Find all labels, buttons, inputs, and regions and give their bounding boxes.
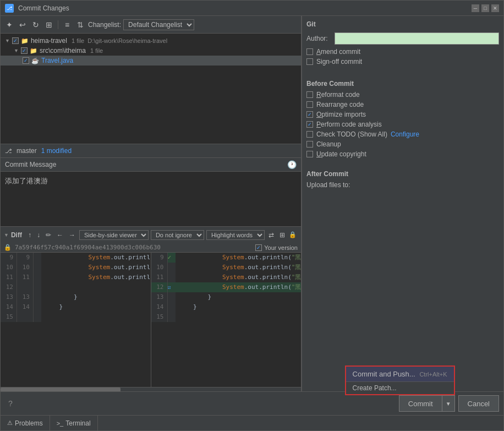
commit-message-header: Commit Message 🕐 bbox=[1, 158, 301, 171]
commit-and-push-button[interactable]: Commit and Push... Ctrl+Alt+K bbox=[346, 367, 454, 382]
commit-button[interactable]: Commit bbox=[399, 395, 442, 412]
rearrange-row: Rearrange code bbox=[306, 101, 499, 108]
file-tree: ▼ 📁 heima-travel 1 file D:\git-work\Rose… bbox=[1, 34, 301, 144]
status-bar: ⎇ master 1 modified bbox=[1, 144, 301, 158]
diff-left-line-13: 13 13 } bbox=[1, 292, 151, 302]
diff-header: ▼ Diff ↑ ↓ ✏ ← → Side-by-side viewer Do … bbox=[1, 226, 301, 243]
src-meta: 1 file bbox=[90, 47, 103, 54]
diff-highlight-select[interactable]: Highlight words bbox=[206, 230, 265, 240]
diff-your-version-label: Your version bbox=[264, 244, 298, 251]
tree-checkbox-travel[interactable] bbox=[23, 57, 29, 64]
commit-dropdown-button[interactable]: ▼ bbox=[442, 395, 455, 412]
diff-left-line-14: 14 14 } bbox=[1, 302, 151, 312]
repo-icon: 📁 bbox=[21, 37, 29, 45]
amend-commit-row: Amend commit bbox=[306, 48, 499, 56]
terminal-icon: >_ bbox=[57, 420, 64, 427]
diff-right-line-14: 14 } bbox=[151, 302, 302, 312]
perform-row: Perform code analysis bbox=[306, 121, 499, 128]
rearrange-checkbox[interactable] bbox=[306, 101, 313, 108]
tab-problems[interactable]: ⚠ Problems bbox=[1, 416, 50, 431]
copyright-row: Update copyright bbox=[306, 150, 499, 158]
commit-dropdown-menu: Commit and Push... Ctrl+Alt+K Create Pat… bbox=[345, 365, 455, 395]
diff-left-line-10: 10 10 System.out.println("黑马旅游-地 bbox=[1, 263, 151, 272]
tree-item-root[interactable]: ▼ 📁 heima-travel 1 file D:\git-work\Rose… bbox=[1, 36, 301, 46]
todo-checkbox[interactable] bbox=[306, 131, 313, 138]
problems-tab-label: Problems bbox=[15, 419, 43, 427]
optimize-label: Optimize imports bbox=[316, 111, 366, 118]
branch-name: master bbox=[17, 147, 37, 155]
diff-next-btn[interactable]: → bbox=[67, 231, 77, 239]
diff-left-line-15: 15 bbox=[1, 312, 151, 322]
close-button[interactable]: ✕ bbox=[491, 4, 499, 12]
amend-commit-label: Amend commit bbox=[316, 48, 360, 56]
perform-checkbox[interactable] bbox=[306, 121, 313, 128]
diff-settings-btn[interactable]: ⚙ bbox=[299, 231, 301, 239]
diff-prev-btn[interactable]: ← bbox=[55, 231, 65, 239]
maximize-button[interactable]: □ bbox=[481, 4, 489, 12]
diff-scrollbar[interactable] bbox=[1, 387, 301, 391]
diff-viewer-select[interactable]: Side-by-side viewer bbox=[79, 230, 149, 240]
diff-line-marker bbox=[34, 253, 41, 263]
history-icon[interactable]: 🕐 bbox=[287, 160, 297, 169]
diff-lock-icon: 🔒 bbox=[4, 244, 12, 251]
commit-message-input[interactable]: 添加了港澳游 bbox=[1, 171, 301, 226]
diff-up-btn[interactable]: ↑ bbox=[26, 231, 33, 239]
help-button[interactable]: ? bbox=[5, 398, 16, 409]
diff-left-panel: 9 9 System.out.println("黑马旅游") 10 10 bbox=[1, 253, 151, 387]
diff-line-marker bbox=[168, 302, 176, 312]
minimize-button[interactable]: ─ bbox=[472, 4, 479, 12]
create-patch-item[interactable]: Create Patch... bbox=[346, 382, 454, 394]
refresh-button[interactable]: ⊞ bbox=[43, 19, 54, 30]
diff-title: Diff bbox=[11, 231, 22, 239]
copyright-checkbox[interactable] bbox=[306, 151, 313, 157]
diff-sync-btn[interactable]: ⇄ bbox=[267, 231, 276, 239]
diff-down-btn[interactable]: ↓ bbox=[35, 231, 42, 239]
diff-version-checkbox[interactable] bbox=[255, 244, 262, 251]
window-icon: ⎇ bbox=[5, 4, 14, 13]
tree-checkbox-root[interactable] bbox=[12, 37, 19, 44]
author-row: Author: bbox=[306, 32, 499, 45]
author-label: Author: bbox=[306, 35, 331, 42]
group-button[interactable]: ⇅ bbox=[75, 19, 86, 30]
java-file-icon: ☕ bbox=[31, 57, 39, 64]
author-input[interactable] bbox=[335, 32, 499, 45]
copyright-label: Update copyright bbox=[316, 150, 366, 158]
cleanup-checkbox[interactable] bbox=[306, 141, 313, 148]
diff-right-line-11: 11 System.out.println("黑马旅游-国内 bbox=[151, 272, 302, 282]
redo-button[interactable]: ↻ bbox=[30, 19, 41, 30]
commit-message-section: Commit Message 🕐 添加了港澳游 bbox=[1, 158, 301, 226]
diff-columns-btn[interactable]: ⊞ bbox=[278, 231, 287, 239]
title-bar: ⎇ Commit Changes ─ □ ✕ bbox=[1, 1, 503, 16]
diff-ignore-select[interactable]: Do not ignore bbox=[151, 230, 204, 240]
diff-line-marker bbox=[34, 263, 41, 272]
commit-button-container: Commit ▼ Commit and Push... Ctrl+Alt+K C… bbox=[399, 395, 455, 412]
reformat-checkbox[interactable] bbox=[306, 91, 313, 98]
tree-item-src[interactable]: ▼ 📁 src\com\itheima 1 file bbox=[1, 46, 301, 56]
amend-commit-checkbox[interactable] bbox=[306, 48, 313, 55]
right-panel: Git Author: Amend commit Sign-off commit… bbox=[302, 16, 503, 391]
window-title: Commit Changes bbox=[18, 4, 467, 12]
signoff-commit-checkbox[interactable] bbox=[306, 58, 313, 65]
diff-edit-btn[interactable]: ✏ bbox=[44, 231, 53, 239]
diff-your-version: Your version bbox=[255, 244, 298, 251]
optimize-checkbox[interactable] bbox=[306, 111, 313, 118]
tree-item-travel[interactable]: ☕ Travel.java bbox=[1, 56, 301, 66]
tab-terminal[interactable]: >_ Terminal bbox=[50, 416, 98, 431]
reformat-label: Reformat code bbox=[316, 91, 360, 99]
diff-left-line-11: 11 11 System.out.println("黑马旅游-国 bbox=[1, 272, 151, 282]
configure-link[interactable]: Configure bbox=[391, 130, 419, 138]
src-name: src\com\itheima bbox=[40, 47, 86, 54]
cancel-button[interactable]: Cancel bbox=[458, 395, 499, 412]
changelist-select[interactable]: Default Changelist bbox=[123, 19, 194, 30]
undo-button[interactable]: ↩ bbox=[17, 19, 28, 30]
diff-collapse-icon[interactable]: ▼ bbox=[4, 232, 9, 238]
sort-button[interactable]: ≡ bbox=[62, 19, 73, 30]
after-commit-section: After Commit Upload files to: bbox=[306, 165, 499, 189]
diff-line-marker bbox=[34, 292, 41, 302]
tree-checkbox-src[interactable] bbox=[21, 47, 28, 54]
separator bbox=[58, 20, 58, 29]
cleanup-row: Cleanup bbox=[306, 140, 499, 148]
diff-line-marker bbox=[168, 263, 176, 272]
add-button[interactable]: ✦ bbox=[4, 19, 15, 30]
bottom-bar: ? Commit ▼ Commit and Push... Ctrl+Alt+K… bbox=[1, 391, 503, 415]
